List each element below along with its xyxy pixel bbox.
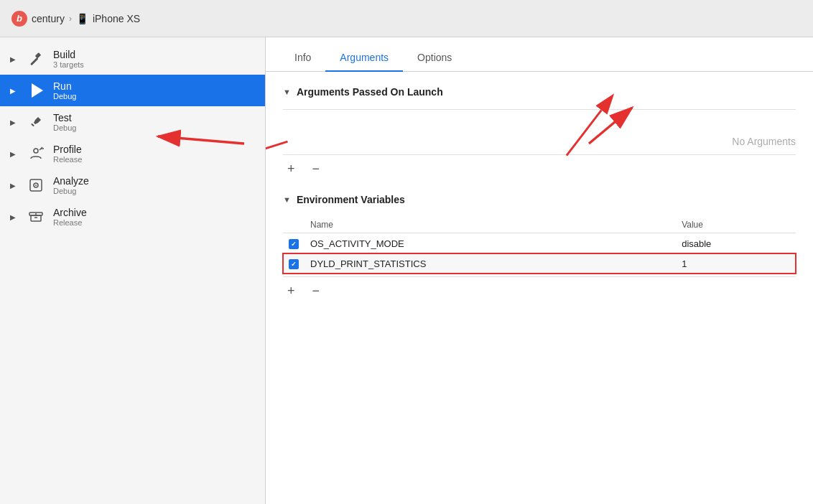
- tab-arguments[interactable]: Arguments: [325, 45, 403, 72]
- tab-options[interactable]: Options: [403, 45, 466, 72]
- app-name: century: [32, 13, 65, 24]
- expand-arrow-archive: ▶: [10, 213, 19, 221]
- profile-item-text: Profile Release: [53, 144, 82, 164]
- breadcrumb: b century › 📱 iPhone XS: [11, 11, 140, 27]
- run-subtitle: Debug: [53, 92, 76, 101]
- env-section-title: Environment Variables: [297, 194, 405, 205]
- title-bar: b century › 📱 iPhone XS: [0, 0, 813, 37]
- sidebar-item-run[interactable]: ▶ Run Debug: [0, 75, 265, 106]
- remove-argument-button[interactable]: −: [308, 161, 325, 177]
- sidebar-item-analyze[interactable]: ▶ Analyze Debug: [0, 169, 265, 201]
- table-row-highlighted[interactable]: DYLD_PRINT_STATISTICS 1: [283, 253, 796, 274]
- profile-title: Profile: [53, 144, 82, 155]
- col-checkbox: [283, 217, 305, 233]
- expand-arrow-test: ▶: [10, 118, 19, 126]
- hammer-icon: [26, 49, 46, 69]
- archive-title: Archive: [53, 207, 87, 218]
- env-controls: + −: [283, 276, 796, 304]
- sidebar-item-profile[interactable]: ▶ Profile Release: [0, 138, 265, 169]
- col-name-header: Name: [305, 217, 676, 233]
- col-value-header: Value: [676, 217, 796, 233]
- analyze-icon: [26, 175, 46, 195]
- divider-arguments-top: [283, 109, 796, 110]
- row2-value: 1: [676, 253, 796, 274]
- svg-point-8: [35, 185, 37, 186]
- sidebar: ▶ Build 3 targets ▶ Run Debug: [0, 37, 266, 504]
- app-logo: b: [11, 11, 27, 27]
- checkbox-dyld[interactable]: [289, 259, 299, 269]
- device-icon: 📱: [76, 13, 88, 24]
- play-icon: [26, 80, 46, 101]
- analyze-item-text: Analyze Debug: [53, 175, 89, 195]
- table-row[interactable]: OS_ACTIVITY_MODE disable: [283, 233, 796, 254]
- wrench-icon: [26, 112, 46, 132]
- remove-env-button[interactable]: −: [308, 283, 325, 299]
- build-item-text: Build 3 targets: [53, 49, 84, 69]
- profile-icon: [26, 144, 46, 164]
- row1-value: disable: [676, 233, 796, 254]
- svg-rect-10: [31, 215, 41, 221]
- tab-bar: Info Arguments Options: [266, 37, 813, 72]
- svg-rect-2: [31, 123, 34, 127]
- build-title: Build: [53, 49, 84, 60]
- checkbox-os-activity[interactable]: [289, 239, 299, 249]
- row1-checkbox-cell: [283, 233, 305, 254]
- archive-icon: [26, 207, 46, 227]
- svg-rect-0: [30, 57, 38, 65]
- collapse-arrow-arguments[interactable]: ▼: [283, 88, 291, 96]
- content-area: Info Arguments Options ▼ Arguments Passe…: [266, 37, 813, 504]
- expand-arrow-build: ▶: [10, 55, 19, 63]
- expand-arrow-analyze: ▶: [10, 182, 19, 190]
- collapse-arrow-env[interactable]: ▼: [283, 195, 291, 204]
- row1-name: OS_ACTIVITY_MODE: [305, 233, 676, 254]
- archive-item-text: Archive Release: [53, 207, 87, 227]
- arguments-section-title: Arguments Passed On Launch: [297, 86, 443, 98]
- sidebar-item-test[interactable]: ▶ Test Debug: [0, 106, 265, 138]
- test-subtitle: Debug: [53, 123, 76, 132]
- row2-name: DYLD_PRINT_STATISTICS: [305, 253, 676, 274]
- analyze-subtitle: Debug: [53, 187, 89, 195]
- env-variables-table: Name Value OS_ACTIVITY_MODE disable: [283, 217, 796, 274]
- row2-checkbox-cell: [283, 253, 305, 274]
- test-title: Test: [53, 112, 76, 123]
- expand-arrow-run: ▶: [10, 87, 19, 95]
- main-container: ▶ Build 3 targets ▶ Run Debug: [0, 37, 813, 504]
- arguments-controls: + −: [283, 154, 796, 182]
- sidebar-item-build[interactable]: ▶ Build 3 targets: [0, 43, 265, 75]
- no-arguments-text: No Arguments: [283, 121, 796, 154]
- sidebar-item-archive[interactable]: ▶ Archive Release: [0, 201, 265, 233]
- svg-point-3: [34, 149, 38, 153]
- svg-rect-1: [35, 52, 41, 58]
- build-subtitle: 3 targets: [53, 60, 84, 69]
- analyze-title: Analyze: [53, 175, 89, 187]
- test-item-text: Test Debug: [53, 112, 76, 132]
- run-title: Run: [53, 80, 76, 92]
- content-body: ▼ Arguments Passed On Launch No Argument…: [266, 72, 813, 504]
- device-name: iPhone XS: [93, 13, 140, 24]
- env-section-header: ▼ Environment Variables: [283, 194, 796, 205]
- arguments-section-header: ▼ Arguments Passed On Launch: [283, 86, 796, 98]
- tab-info[interactable]: Info: [280, 45, 325, 72]
- breadcrumb-chevron: ›: [69, 14, 72, 24]
- archive-subtitle: Release: [53, 218, 87, 227]
- run-item-text: Run Debug: [53, 80, 76, 101]
- add-argument-button[interactable]: +: [283, 161, 299, 177]
- add-env-button[interactable]: +: [283, 283, 299, 299]
- expand-arrow-profile: ▶: [10, 150, 19, 158]
- profile-subtitle: Release: [53, 155, 82, 164]
